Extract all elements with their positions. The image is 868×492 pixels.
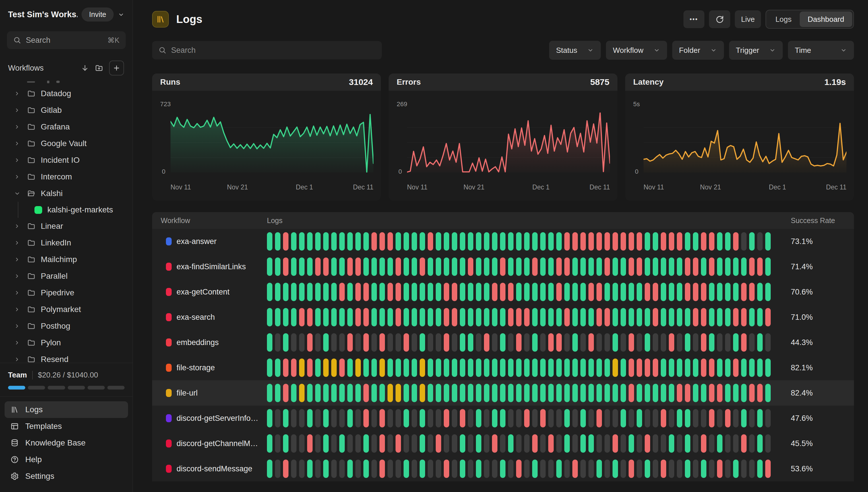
log-pill xyxy=(283,283,289,301)
sidebar-folder-posthog[interactable]: Posthog xyxy=(7,318,126,335)
table-row-exa-findsimilarlinks[interactable]: exa-findSimilarLinks 71.4% xyxy=(152,254,854,279)
log-pill xyxy=(412,434,417,453)
table-row-discord-getserverinfo-[interactable]: discord-getServerInfo… 47.6% xyxy=(152,405,854,431)
sidebar-folder-google-vault[interactable]: Google Vault xyxy=(7,135,126,152)
log-pill xyxy=(765,333,771,352)
log-pill xyxy=(717,460,722,478)
usage-progress-bar xyxy=(7,386,126,390)
table-row-embeddings[interactable]: embeddings 44.3% xyxy=(152,330,854,355)
usage-segment xyxy=(8,386,25,390)
log-pill xyxy=(267,257,272,276)
table-row-exa-answer[interactable]: exa-answer 73.1% xyxy=(152,229,854,254)
log-pill xyxy=(444,384,449,402)
log-pill xyxy=(307,434,313,453)
sidebar-folder-resend[interactable]: Resend xyxy=(7,351,126,363)
sidebar-folder-pipedrive[interactable]: Pipedrive xyxy=(7,285,126,301)
sidebar-folder-linear[interactable]: Linear xyxy=(7,218,126,235)
sidebar-item-settings[interactable]: Settings xyxy=(5,468,128,485)
log-pill xyxy=(508,434,514,453)
sidebar-search[interactable]: Search ⌘K xyxy=(7,31,126,49)
sort-arrow-down-icon[interactable] xyxy=(81,64,89,72)
refresh-button[interactable] xyxy=(709,10,730,28)
sidebar-folder-kalshi[interactable]: Kalshi xyxy=(7,185,126,202)
workspace-chevron-down-icon[interactable] xyxy=(118,11,125,18)
chevron-right-icon xyxy=(14,140,22,147)
log-pill xyxy=(677,308,682,326)
sidebar-workflow-kalshi-get-markets[interactable]: kalshi-get-markets xyxy=(7,202,126,218)
log-pill xyxy=(637,257,642,276)
log-pill xyxy=(307,333,313,352)
log-pill xyxy=(403,283,409,301)
sidebar-item-logs[interactable]: Logs xyxy=(5,401,128,418)
log-pill xyxy=(596,333,602,352)
more-button[interactable]: ••• xyxy=(684,10,704,28)
sidebar-folder-grafana[interactable]: Grafana xyxy=(7,119,126,135)
log-pill xyxy=(572,359,578,377)
live-button[interactable]: Live xyxy=(735,10,761,28)
sidebar-folder-intercom[interactable]: Intercom xyxy=(7,169,126,185)
sidebar-item-help[interactable]: Help xyxy=(5,451,128,468)
log-pill xyxy=(315,257,321,276)
log-pill xyxy=(428,434,433,453)
log-pill xyxy=(347,232,353,251)
log-pill xyxy=(315,384,321,402)
sidebar-folder-polymarket[interactable]: Polymarket xyxy=(7,301,126,318)
sidebar-folder-mailchimp[interactable]: Mailchimp xyxy=(7,251,126,268)
log-pill xyxy=(685,308,690,326)
log-pill xyxy=(331,409,337,427)
filter-folder[interactable]: Folder xyxy=(672,41,724,60)
log-pill xyxy=(628,460,634,478)
table-row-file-storage[interactable]: file-storage 82.1% xyxy=(152,355,854,380)
sidebar-item-knowledge-base[interactable]: Knowledge Base xyxy=(5,435,128,451)
main-search-input[interactable] xyxy=(171,46,375,55)
table-row-discord-getchannelm-[interactable]: discord-getChannelM… 45.5% xyxy=(152,431,854,456)
table-row-exa-getcontent[interactable]: exa-getContent 70.6% xyxy=(152,279,854,304)
table-row-discord-sendmessage[interactable]: discord-sendMessage 53.6% xyxy=(152,456,854,482)
success-rate: 53.6% xyxy=(791,464,854,473)
controls-row: StatusWorkflowFolderTriggerTime xyxy=(152,41,854,60)
sidebar-item-templates[interactable]: Templates xyxy=(5,418,128,435)
log-pill xyxy=(556,232,562,251)
log-pill xyxy=(307,283,313,301)
log-pill xyxy=(516,333,522,352)
log-pill xyxy=(275,384,280,402)
log-pill xyxy=(452,283,457,301)
table-row-file-url[interactable]: file-url 82.4% xyxy=(152,380,854,405)
main-search[interactable] xyxy=(152,41,382,59)
log-pill xyxy=(596,409,602,427)
log-pill xyxy=(468,359,473,377)
log-pill xyxy=(637,409,642,427)
sidebar-folder-pylon[interactable]: Pylon xyxy=(7,335,126,351)
sidebar-folder-parallel[interactable]: Parallel xyxy=(7,268,126,285)
sidebar-folder-incident-io[interactable]: Incident IO xyxy=(7,152,126,169)
column-header-logs: Logs xyxy=(267,217,791,225)
add-workflow-button[interactable] xyxy=(109,60,124,75)
filter-trigger[interactable]: Trigger xyxy=(729,41,783,60)
log-pill xyxy=(548,283,554,301)
log-pill xyxy=(757,359,763,377)
filter-workflow[interactable]: Workflow xyxy=(606,41,667,60)
sidebar-folder-datadog[interactable]: Datadog xyxy=(7,85,126,102)
log-pill xyxy=(444,308,449,326)
log-pill xyxy=(315,333,321,352)
log-pill xyxy=(355,333,361,352)
log-pill xyxy=(484,434,489,453)
sidebar-folder-gitlab[interactable]: Gitlab xyxy=(7,102,126,119)
table-row-exa-search[interactable]: exa-search 71.0% xyxy=(152,304,854,330)
toggle-option-logs[interactable]: Logs xyxy=(767,11,799,27)
toggle-option-dashboard[interactable]: Dashboard xyxy=(800,11,852,27)
log-pill xyxy=(283,409,289,427)
log-pill xyxy=(355,384,361,402)
filter-time[interactable]: Time xyxy=(788,41,854,60)
new-folder-icon[interactable] xyxy=(95,64,103,72)
log-pill xyxy=(420,409,425,427)
log-pill xyxy=(613,333,618,352)
workflow-dot xyxy=(166,263,172,271)
log-pill xyxy=(267,333,272,352)
invite-button[interactable]: Invite xyxy=(81,7,114,22)
sidebar-folder-linkedin[interactable]: LinkedIn xyxy=(7,235,126,251)
filter-status[interactable]: Status xyxy=(549,41,601,60)
workflow-dot xyxy=(166,440,172,447)
log-pill xyxy=(532,460,538,478)
log-pill xyxy=(396,232,401,251)
